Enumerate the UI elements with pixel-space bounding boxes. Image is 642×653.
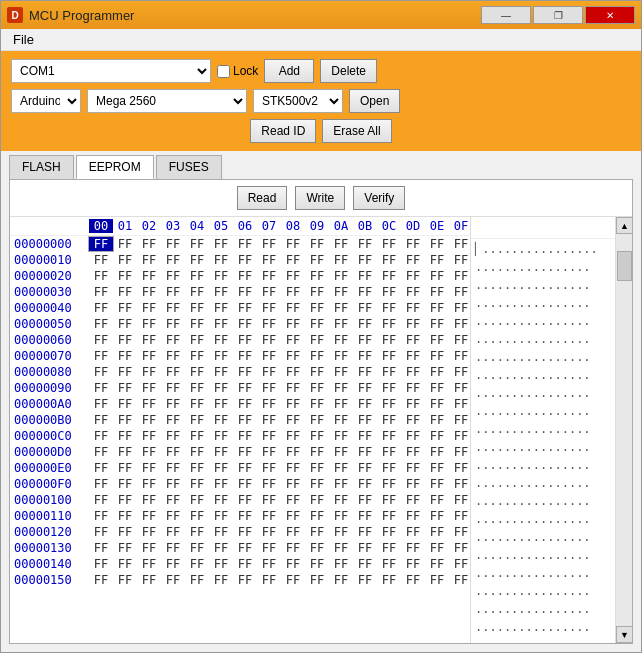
hex-byte[interactable]: FF (233, 413, 257, 427)
hex-byte[interactable]: FF (233, 285, 257, 299)
hex-byte[interactable]: FF (113, 557, 137, 571)
hex-byte[interactable]: FF (113, 509, 137, 523)
hex-byte[interactable]: FF (209, 365, 233, 379)
hex-byte[interactable]: FF (305, 429, 329, 443)
hex-byte[interactable]: FF (209, 477, 233, 491)
close-button[interactable]: ✕ (585, 6, 635, 24)
hex-byte[interactable]: FF (89, 477, 113, 491)
hex-byte[interactable]: FF (329, 461, 353, 475)
hex-byte[interactable]: FF (353, 413, 377, 427)
hex-byte[interactable]: FF (185, 445, 209, 459)
hex-byte[interactable]: FF (329, 285, 353, 299)
hex-byte[interactable]: FF (257, 557, 281, 571)
hex-byte[interactable]: FF (233, 253, 257, 267)
hex-address[interactable]: 00000080 (14, 365, 89, 379)
hex-byte[interactable]: FF (185, 573, 209, 587)
hex-byte[interactable]: FF (401, 333, 425, 347)
hex-byte[interactable]: FF (329, 493, 353, 507)
hex-byte[interactable]: FF (353, 349, 377, 363)
hex-byte[interactable]: FF (89, 509, 113, 523)
hex-byte[interactable]: FF (353, 525, 377, 539)
hex-byte[interactable]: FF (185, 253, 209, 267)
read-button[interactable]: Read (237, 186, 288, 210)
hex-byte[interactable]: FF (281, 429, 305, 443)
hex-byte[interactable]: FF (401, 317, 425, 331)
hex-byte[interactable]: FF (137, 541, 161, 555)
hex-byte[interactable]: FF (113, 541, 137, 555)
hex-byte[interactable]: FF (161, 301, 185, 315)
hex-byte[interactable]: FF (449, 477, 470, 491)
hex-byte[interactable]: FF (377, 301, 401, 315)
hex-byte[interactable]: FF (137, 557, 161, 571)
hex-byte[interactable]: FF (425, 237, 449, 251)
hex-address[interactable]: 00000040 (14, 301, 89, 315)
hex-byte[interactable]: FF (113, 333, 137, 347)
hex-byte[interactable]: FF (233, 541, 257, 555)
hex-byte[interactable]: FF (425, 349, 449, 363)
hex-byte[interactable]: FF (257, 397, 281, 411)
col-header-0A[interactable]: 0A (329, 219, 353, 233)
hex-byte[interactable]: FF (281, 493, 305, 507)
hex-byte[interactable]: FF (401, 493, 425, 507)
hex-byte[interactable]: FF (209, 237, 233, 251)
hex-byte[interactable]: FF (89, 253, 113, 267)
hex-byte[interactable]: FF (89, 493, 113, 507)
hex-byte[interactable]: FF (281, 477, 305, 491)
hex-byte[interactable]: FF (209, 445, 233, 459)
hex-byte[interactable]: FF (329, 253, 353, 267)
hex-byte[interactable]: FF (257, 493, 281, 507)
hex-byte[interactable]: FF (425, 253, 449, 267)
hex-byte[interactable]: FF (113, 269, 137, 283)
hex-byte[interactable]: FF (329, 445, 353, 459)
hex-byte[interactable]: FF (377, 381, 401, 395)
hex-byte[interactable]: FF (209, 525, 233, 539)
hex-byte[interactable]: FF (401, 301, 425, 315)
hex-byte[interactable]: FF (281, 301, 305, 315)
hex-byte[interactable]: FF (281, 269, 305, 283)
hex-byte[interactable]: FF (305, 365, 329, 379)
hex-byte[interactable]: FF (89, 413, 113, 427)
hex-byte[interactable]: FF (161, 365, 185, 379)
hex-byte[interactable]: FF (425, 301, 449, 315)
hex-byte[interactable]: FF (257, 477, 281, 491)
hex-byte[interactable]: FF (425, 445, 449, 459)
hex-byte[interactable]: FF (233, 573, 257, 587)
hex-byte[interactable]: FF (113, 445, 137, 459)
hex-byte[interactable]: FF (449, 445, 470, 459)
hex-byte[interactable]: FF (281, 237, 305, 251)
hex-byte[interactable]: FF (281, 397, 305, 411)
hex-byte[interactable]: FF (161, 349, 185, 363)
hex-byte[interactable]: FF (209, 461, 233, 475)
hex-byte[interactable]: FF (233, 445, 257, 459)
hex-byte[interactable]: FF (425, 285, 449, 299)
hex-byte[interactable]: FF (113, 317, 137, 331)
scrollbar-up-arrow[interactable]: ▲ (616, 217, 632, 234)
hex-byte[interactable]: FF (257, 525, 281, 539)
hex-byte[interactable]: FF (377, 509, 401, 523)
col-header-06[interactable]: 06 (233, 219, 257, 233)
hex-byte[interactable]: FF (137, 285, 161, 299)
hex-byte[interactable]: FF (353, 493, 377, 507)
hex-byte[interactable]: FF (209, 397, 233, 411)
hex-byte[interactable]: FF (161, 429, 185, 443)
hex-byte[interactable]: FF (257, 445, 281, 459)
hex-address[interactable]: 000000F0 (14, 477, 89, 491)
hex-byte[interactable]: FF (401, 445, 425, 459)
hex-byte[interactable]: FF (209, 301, 233, 315)
hex-byte[interactable]: FF (377, 429, 401, 443)
hex-byte[interactable]: FF (329, 541, 353, 555)
hex-byte[interactable]: FF (161, 317, 185, 331)
hex-byte[interactable]: FF (257, 381, 281, 395)
hex-byte[interactable]: FF (449, 413, 470, 427)
hex-byte[interactable]: FF (137, 349, 161, 363)
hex-byte[interactable]: FF (185, 301, 209, 315)
hex-byte[interactable]: FF (233, 493, 257, 507)
hex-address[interactable]: 00000150 (14, 573, 89, 587)
hex-byte[interactable]: FF (89, 397, 113, 411)
hex-byte[interactable]: FF (89, 573, 113, 587)
hex-byte[interactable]: FF (137, 573, 161, 587)
board-model-select[interactable]: Mega 2560 (87, 89, 247, 113)
hex-byte[interactable]: FF (329, 365, 353, 379)
hex-byte[interactable]: FF (353, 541, 377, 555)
hex-byte[interactable]: FF (257, 509, 281, 523)
